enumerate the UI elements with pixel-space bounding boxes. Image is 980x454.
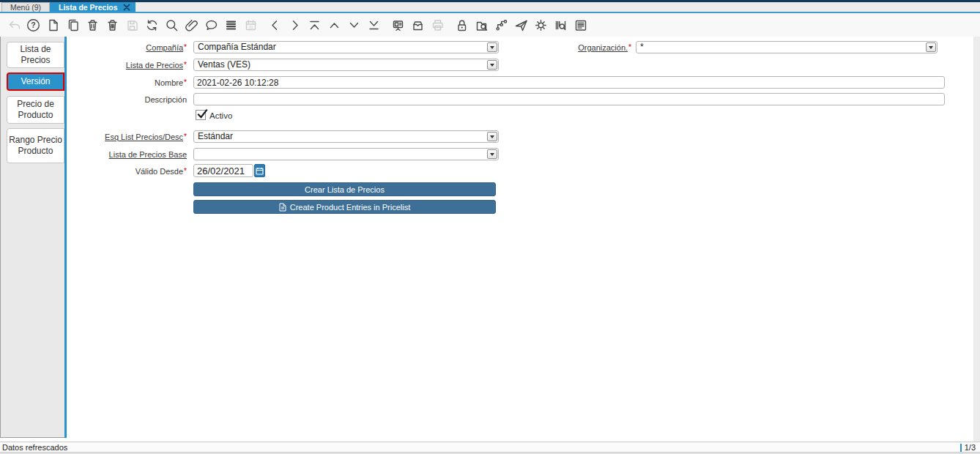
status-message: Datos refrescados [2, 443, 67, 452]
workflow-icon[interactable] [494, 18, 508, 32]
sidebar-tab-lista-de-precios[interactable]: Lista de Precios [7, 42, 64, 68]
print-icon [431, 18, 445, 32]
esq-list-precios-combo[interactable]: Estándar [193, 130, 499, 143]
sidebar-tab-version[interactable]: Versión [7, 72, 64, 91]
sidebar-tab-rango-precio-producto[interactable]: Rango Precio Producto [7, 128, 64, 163]
sidebar-tab-label: Lista de Precios [7, 44, 64, 66]
find-icon[interactable] [165, 18, 179, 32]
help-icon[interactable]: ? [26, 18, 40, 32]
svg-text:31: 31 [248, 25, 253, 29]
chevron-down-icon[interactable] [487, 42, 497, 52]
nombre-input[interactable] [193, 76, 945, 89]
next-record-icon[interactable] [288, 18, 302, 32]
close-icon[interactable] [123, 4, 130, 11]
valido-desde-label: Válido Desde* [70, 167, 187, 176]
record-indicator: 1/3 [960, 443, 976, 452]
record-indicator-bar [960, 444, 962, 452]
right-scroll-strip[interactable] [973, 37, 980, 442]
valido-desde-input[interactable] [193, 164, 253, 177]
calendar-icon: 31 [244, 18, 258, 32]
undo-icon [7, 18, 21, 32]
lista-de-precios-label: Lista de Precios* [70, 61, 187, 70]
tab-lista-de-precios-label: Lista de Precios [59, 3, 118, 12]
product-info-barcode-icon[interactable] [554, 18, 568, 32]
parent-record-icon[interactable] [327, 18, 341, 32]
save-icon [125, 18, 139, 32]
version-form: Compañía* Compañía Estándar Organización… [0, 0, 980, 454]
previous-record-icon[interactable] [268, 18, 282, 32]
grid-toggle-icon[interactable] [224, 18, 238, 32]
chevron-down-icon[interactable] [487, 60, 497, 70]
lista-precios-base-label: Lista de Precios Base [70, 150, 187, 159]
zoom-across-icon[interactable] [475, 18, 489, 32]
activo-checkbox[interactable] [196, 110, 206, 120]
process-gear-icon[interactable] [534, 18, 548, 32]
chevron-down-icon[interactable] [487, 132, 497, 141]
esq-list-precios-label: Esq List Precios/Desc* [70, 133, 187, 141]
attachment-icon[interactable] [185, 18, 198, 32]
chat-icon[interactable] [204, 18, 218, 32]
application-window: Menú (9) Lista de Precios ? 31 [0, 0, 980, 454]
svg-text:?: ? [31, 21, 35, 29]
document-copy-icon [279, 203, 286, 212]
refresh-icon[interactable] [145, 18, 159, 32]
new-record-icon[interactable] [46, 18, 60, 32]
esq-list-precios-value: Estándar [194, 131, 498, 142]
archive-icon[interactable] [411, 18, 425, 32]
send-mail-icon[interactable] [514, 18, 528, 32]
nombre-label: Nombre* [70, 78, 187, 87]
organizacion-combo[interactable]: * [636, 41, 938, 53]
status-bar: Datos refrescados 1/3 [0, 442, 980, 452]
calendar-picker-icon[interactable] [254, 164, 265, 177]
descripcion-input[interactable] [193, 93, 945, 105]
first-record-icon[interactable] [308, 18, 322, 32]
sidebar-tab-precio-de-producto[interactable]: Precio de Producto [7, 96, 64, 124]
compania-value: Compañía Estándar [194, 42, 498, 53]
lista-de-precios-value: Ventas (VES) [194, 59, 498, 70]
chevron-down-icon[interactable] [926, 42, 936, 52]
tab-menu[interactable]: Menú (9) [1, 2, 50, 12]
sidebar-tab-label: Precio de Producto [7, 99, 64, 121]
window-tabbar: Menú (9) Lista de Precios [0, 2, 980, 13]
chevron-down-icon[interactable] [487, 149, 497, 159]
last-record-icon[interactable] [367, 18, 381, 32]
organizacion-value: * [636, 42, 937, 53]
descripcion-label: Descripción [70, 95, 187, 104]
create-product-entries-button[interactable]: Create Product Entries in Pricelist [193, 200, 496, 214]
activo-label: Activo [209, 111, 232, 120]
sidebar-tab-label: Versión [21, 76, 50, 87]
lista-de-precios-combo[interactable]: Ventas (VES) [193, 59, 499, 71]
sidebar-divider [64, 37, 67, 438]
sidebar-tab-label: Rango Precio Producto [7, 135, 64, 157]
report-icon[interactable] [391, 18, 405, 32]
private-record-lock-icon[interactable] [455, 18, 469, 32]
compania-combo[interactable]: Compañía Estándar [193, 41, 499, 53]
compania-label: Compañía* [70, 43, 187, 52]
tab-menu-label: Menú (9) [10, 3, 41, 12]
report-viewer-icon[interactable] [573, 18, 587, 32]
toolbar: ? 31 [0, 13, 980, 37]
detail-record-icon[interactable] [347, 18, 361, 32]
delete-selection-icon[interactable] [105, 18, 119, 32]
delete-record-icon[interactable] [86, 18, 100, 32]
lista-precios-base-combo[interactable] [193, 148, 499, 160]
organizacion-label: Organización.* [514, 43, 631, 52]
tab-lista-de-precios[interactable]: Lista de Precios [50, 2, 136, 12]
crear-lista-de-precios-button[interactable]: Crear Lista de Precios [193, 182, 496, 196]
copy-record-icon[interactable] [66, 18, 80, 32]
